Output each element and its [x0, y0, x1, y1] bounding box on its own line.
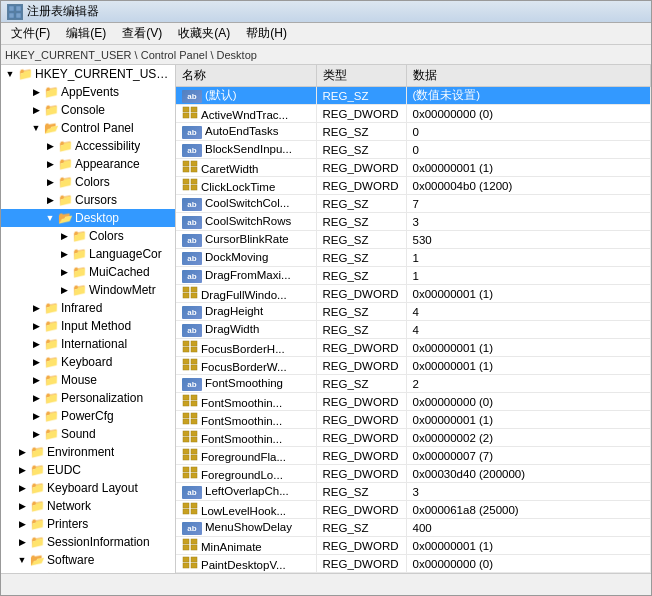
tree-toggle-cursors[interactable]: ▶ — [43, 193, 57, 207]
registry-table-panel[interactable]: 名称 类型 数据 ab(默认)REG_SZ(数值未设置)ActiveWndTra… — [176, 65, 651, 573]
tree-item-keyboard[interactable]: ▶📁Keyboard — [1, 353, 175, 371]
col-type[interactable]: 类型 — [316, 65, 406, 87]
col-name[interactable]: 名称 — [176, 65, 316, 87]
tree-item-infrared[interactable]: ▶📁Infrared — [1, 299, 175, 317]
menu-view[interactable]: 查看(V) — [114, 23, 170, 44]
tree-item-eudc[interactable]: ▶📁EUDC — [1, 461, 175, 479]
table-row[interactable]: ActiveWndTrac...REG_DWORD0x00000000 (0) — [176, 105, 651, 123]
table-row[interactable]: abCoolSwitchRowsREG_SZ3 — [176, 213, 651, 231]
tree-panel[interactable]: ▼ 📁 HKEY_CURRENT_USER ▶📁AppEvents▶📁Conso… — [1, 65, 176, 573]
menu-edit[interactable]: 编辑(E) — [58, 23, 114, 44]
tree-item-sound[interactable]: ▶📁Sound — [1, 425, 175, 443]
tree-toggle-sessioninfo[interactable]: ▶ — [15, 535, 29, 549]
tree-toggle-windowmetr[interactable]: ▶ — [57, 283, 71, 297]
table-row[interactable]: abDragHeightREG_SZ4 — [176, 303, 651, 321]
cell-type-24: REG_SZ — [316, 519, 406, 537]
tree-toggle-eudc[interactable]: ▶ — [15, 463, 29, 477]
tree-toggle-console[interactable]: ▶ — [29, 103, 43, 117]
table-row[interactable]: FocusBorderW...REG_DWORD0x00000001 (1) — [176, 357, 651, 375]
tree-item-powercfg[interactable]: ▶📁PowerCfg — [1, 407, 175, 425]
tree-item-muicached[interactable]: ▶📁MuiCached — [1, 263, 175, 281]
tree-toggle-sound[interactable]: ▶ — [29, 427, 43, 441]
table-row[interactable]: abDragWidthREG_SZ4 — [176, 321, 651, 339]
tree-item-appearance[interactable]: ▶📁Appearance — [1, 155, 175, 173]
tree-toggle-controlpanel[interactable]: ▼ — [29, 121, 43, 135]
tree-item-accessibility[interactable]: ▶📁Accessibility — [1, 137, 175, 155]
tree-item-printers[interactable]: ▶📁Printers — [1, 515, 175, 533]
tree-toggle-infrared[interactable]: ▶ — [29, 301, 43, 315]
tree-item-languagecor[interactable]: ▶📁LanguageCor — [1, 245, 175, 263]
tree-item-controlpanel[interactable]: ▼📂Control Panel — [1, 119, 175, 137]
table-row[interactable]: FontSmoothin...REG_DWORD0x00000002 (2) — [176, 429, 651, 447]
tree-item-mouse[interactable]: ▶📁Mouse — [1, 371, 175, 389]
table-row[interactable]: ab(默认)REG_SZ(数值未设置) — [176, 87, 651, 105]
table-row[interactable]: DragFullWindo...REG_DWORD0x00000001 (1) — [176, 285, 651, 303]
table-row[interactable]: ForegroundFla...REG_DWORD0x00000007 (7) — [176, 447, 651, 465]
tree-toggle-accessibility[interactable]: ▶ — [43, 139, 57, 153]
tree-toggle-appevents[interactable]: ▶ — [29, 85, 43, 99]
tree-label-cursors: Cursors — [75, 193, 117, 207]
root-toggle[interactable]: ▼ — [3, 67, 17, 81]
col-data[interactable]: 数据 — [406, 65, 651, 87]
tree-toggle-software[interactable]: ▼ — [15, 553, 29, 567]
tree-item-environment[interactable]: ▶📁Environment — [1, 443, 175, 461]
tree-toggle-inputmethod[interactable]: ▶ — [29, 319, 43, 333]
tree-item-inputmethod[interactable]: ▶📁Input Method — [1, 317, 175, 335]
tree-toggle-colors[interactable]: ▶ — [43, 175, 57, 189]
table-row[interactable]: abLeftOverlapCh...REG_SZ3 — [176, 483, 651, 501]
menu-file[interactable]: 文件(F) — [3, 23, 58, 44]
tree-toggle-powercfg[interactable]: ▶ — [29, 409, 43, 423]
table-row[interactable]: ClickLockTimeREG_DWORD0x000004b0 (1200) — [176, 177, 651, 195]
table-row[interactable]: abFontSmoothingREG_SZ2 — [176, 375, 651, 393]
tree-item-desktop[interactable]: ▼📂Desktop — [1, 209, 175, 227]
folder-icon-sound: 📁 — [43, 426, 59, 442]
tree-item-appevents[interactable]: ▶📁AppEvents — [1, 83, 175, 101]
tree-item-sessioninfo[interactable]: ▶📁SessionInformation — [1, 533, 175, 551]
table-row[interactable]: PaintDesktopV...REG_DWORD0x00000000 (0) — [176, 555, 651, 573]
reg-name-text: LowLevelHook... — [201, 505, 286, 517]
tree-item-personalization[interactable]: ▶📁Personalization — [1, 389, 175, 407]
tree-item-keyboardlayout[interactable]: ▶📁Keyboard Layout — [1, 479, 175, 497]
tree-item-console[interactable]: ▶📁Console — [1, 101, 175, 119]
tree-toggle-mouse[interactable]: ▶ — [29, 373, 43, 387]
svg-rect-54 — [183, 545, 189, 550]
tree-toggle-desktop[interactable]: ▼ — [43, 211, 57, 225]
tree-root[interactable]: ▼ 📁 HKEY_CURRENT_USER — [1, 65, 175, 83]
tree-toggle-keyboardlayout[interactable]: ▶ — [15, 481, 29, 495]
tree-item-cursors[interactable]: ▶📁Cursors — [1, 191, 175, 209]
tree-toggle-printers[interactable]: ▶ — [15, 517, 29, 531]
table-row[interactable]: FontSmoothin...REG_DWORD0x00000000 (0) — [176, 393, 651, 411]
tree-toggle-languagecor[interactable]: ▶ — [57, 247, 71, 261]
tree-toggle-keyboard[interactable]: ▶ — [29, 355, 43, 369]
tree-toggle-international[interactable]: ▶ — [29, 337, 43, 351]
table-row[interactable]: FocusBorderH...REG_DWORD0x00000001 (1) — [176, 339, 651, 357]
tree-item-network[interactable]: ▶📁Network — [1, 497, 175, 515]
tree-toggle-environment[interactable]: ▶ — [15, 445, 29, 459]
tree-toggle-muicached[interactable]: ▶ — [57, 265, 71, 279]
tree-toggle-personalization[interactable]: ▶ — [29, 391, 43, 405]
table-row[interactable]: abBlockSendInpu...REG_SZ0 — [176, 141, 651, 159]
table-row[interactable]: abDragFromMaxi...REG_SZ1 — [176, 267, 651, 285]
table-row[interactable]: LowLevelHook...REG_DWORD0x000061a8 (2500… — [176, 501, 651, 519]
tree-toggle-network[interactable]: ▶ — [15, 499, 29, 513]
table-row[interactable]: abAutoEndTasksREG_SZ0 — [176, 123, 651, 141]
tree-item-colors2[interactable]: ▶📁Colors — [1, 227, 175, 245]
table-row[interactable]: abMenuShowDelayREG_SZ400 — [176, 519, 651, 537]
table-row[interactable]: abDockMovingREG_SZ1 — [176, 249, 651, 267]
table-row[interactable]: abCursorBlinkRateREG_SZ530 — [176, 231, 651, 249]
table-row[interactable]: abCoolSwitchCol...REG_SZ7 — [176, 195, 651, 213]
tree-toggle-appearance[interactable]: ▶ — [43, 157, 57, 171]
table-row[interactable]: FontSmoothin...REG_DWORD0x00000001 (1) — [176, 411, 651, 429]
tree-item-windowmetr[interactable]: ▶📁WindowMetr — [1, 281, 175, 299]
tree-item-software[interactable]: ▼📂Software — [1, 551, 175, 569]
tree-item-international[interactable]: ▶📁International — [1, 335, 175, 353]
tree-item-colors[interactable]: ▶📁Colors — [1, 173, 175, 191]
tree-toggle-colors2[interactable]: ▶ — [57, 229, 71, 243]
table-row[interactable]: MinAnimateREG_DWORD0x00000001 (1) — [176, 537, 651, 555]
table-row[interactable]: ForegroundLo...REG_DWORD0x00030d40 (2000… — [176, 465, 651, 483]
cell-data-22: 3 — [406, 483, 651, 501]
menu-help[interactable]: 帮助(H) — [238, 23, 295, 44]
table-row[interactable]: CaretWidthREG_DWORD0x00000001 (1) — [176, 159, 651, 177]
menu-favorites[interactable]: 收藏夹(A) — [170, 23, 238, 44]
folder-icon-environment: 📁 — [29, 444, 45, 460]
